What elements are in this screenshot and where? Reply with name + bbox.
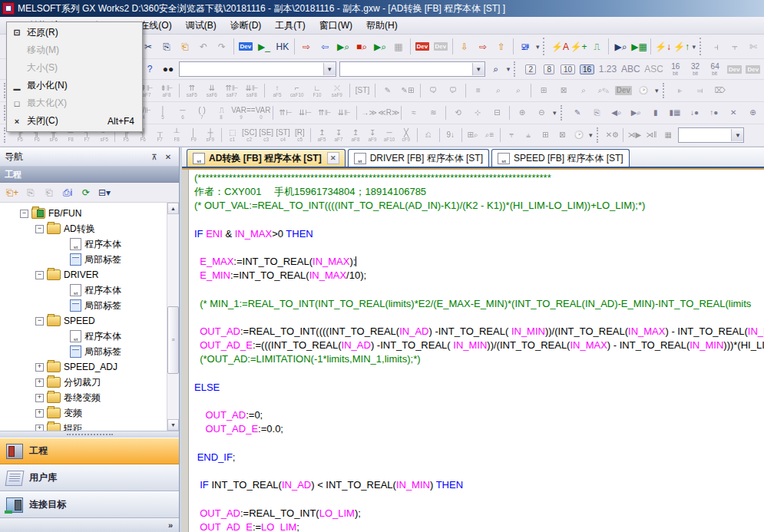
vertical-or-icon[interactable]: │5 xyxy=(154,104,173,122)
app-icon[interactable] xyxy=(2,2,15,15)
fall-or-icon[interactable]: ⇊⊩ xyxy=(335,104,354,122)
sfc-div2-icon[interactable]: ┴F8 xyxy=(168,126,185,144)
bookmark-list-icon[interactable]: ▮▦ xyxy=(665,104,684,122)
close-icon[interactable]: ✕ xyxy=(162,150,174,163)
sfc-r-icon[interactable]: [R]c5 xyxy=(292,126,309,144)
inline-st-icon[interactable]: [ST] xyxy=(352,81,372,100)
jump-icon[interactable]: →≫ xyxy=(359,104,379,122)
minus-expander-icon[interactable]: − xyxy=(35,271,44,279)
nav-button-连接目标[interactable]: 连接目标 xyxy=(0,491,179,518)
comment-transfer-icon[interactable]: ⇨ xyxy=(475,38,491,55)
tree-item-局部标签[interactable]: 局部标签 xyxy=(0,252,167,267)
watch-start-icon[interactable]: ▶▦ xyxy=(630,38,647,55)
plus-expander-icon[interactable]: + xyxy=(35,363,44,372)
nav-button-工程[interactable]: 工程 xyxy=(0,438,179,464)
return-icon[interactable]: ≪R≫ xyxy=(379,104,399,122)
delete-col-icon[interactable]: ⊟ xyxy=(488,104,507,122)
write-to-plc-icon[interactable]: ⇨ xyxy=(298,38,315,55)
sfc-find-icon[interactable]: ⌕≡ xyxy=(481,126,498,144)
sfc-vline-icon[interactable]: │F9 xyxy=(185,126,202,144)
sysmenu-item-3[interactable]: ▁最小化(N) xyxy=(7,77,142,94)
sfc-cross-icon[interactable]: ┼sF9 xyxy=(202,126,219,144)
plus-expander-icon[interactable]: + xyxy=(35,378,44,387)
watch-buffer-icon[interactable]: ▶⌕ xyxy=(612,38,629,55)
toolbar-overflow-icon[interactable]: ▾ xyxy=(692,43,696,51)
insert-col-icon[interactable]: ⊹ xyxy=(468,104,487,122)
tree-expand-icon[interactable]: ⫞ xyxy=(708,38,725,55)
delete-row-icon[interactable]: ⌦ xyxy=(710,81,730,100)
monitor-start-icon[interactable]: ⚡A xyxy=(551,38,568,55)
invert-icon[interactable]: ↑aF5 xyxy=(267,81,287,100)
help-icon[interactable]: ? xyxy=(141,61,158,78)
sfc-rise-icon[interactable]: ↥aF5 xyxy=(313,126,330,144)
tree-item-局部标签[interactable]: 局部标签 xyxy=(0,298,167,313)
branch-fall-icon[interactable]: ⇊saF6 xyxy=(202,81,222,100)
comment-down-icon[interactable]: ⇩ xyxy=(456,38,473,55)
tree-collapse-icon[interactable]: ⫟ xyxy=(726,38,743,55)
tree-delete-icon[interactable]: ✄ xyxy=(745,38,762,55)
program-exec-icon[interactable]: ▶_ xyxy=(256,38,273,55)
device-dev-icon[interactable]: Dev xyxy=(614,81,633,100)
device-monitor-icon[interactable]: Dev xyxy=(414,38,431,55)
horizontal-line-icon[interactable]: ─6 xyxy=(173,104,192,122)
note-del-icon[interactable]: 🗩 xyxy=(443,81,463,100)
pin-icon[interactable]: ⊼ xyxy=(148,150,160,163)
plus-expander-icon[interactable]: + xyxy=(35,394,44,402)
st-doc-icon[interactable]: ⎘ xyxy=(587,104,607,122)
align-right-icon[interactable]: ⫤ xyxy=(690,81,710,100)
tree-scrollbar[interactable]: ▲ ≡ ▼ xyxy=(167,203,179,431)
end-line-icon[interactable]: ∟F10 xyxy=(307,81,327,100)
clear-find-icon[interactable]: ✕ xyxy=(724,104,743,122)
plus-expander-icon[interactable]: + xyxy=(35,425,44,431)
device-test-icon[interactable]: Dev xyxy=(726,61,743,78)
sfc-se-icon[interactable]: [SE]c3 xyxy=(258,126,275,144)
sfc-fall-icon[interactable]: ↧aF7 xyxy=(330,126,347,144)
display-dec-icon[interactable]: 10 xyxy=(559,61,577,78)
convert-icon[interactable]: ⌐caF10 xyxy=(287,81,307,100)
tree-item-卷绕变频[interactable]: +卷绕变频 xyxy=(0,390,167,405)
device-comment2-icon[interactable]: ⊠ xyxy=(554,81,574,100)
display-hex-icon[interactable]: 16 xyxy=(578,61,596,78)
param3-icon[interactable]: ⊞ xyxy=(537,126,554,144)
watch-combo[interactable]: ▼ xyxy=(678,127,744,143)
sfc-st-icon[interactable]: [ST]c4 xyxy=(275,126,292,144)
nav-footer-bar[interactable]: » xyxy=(0,518,179,532)
comment-up-icon[interactable]: ⇧ xyxy=(493,38,510,55)
device-comment1-icon[interactable]: ⊞ xyxy=(534,81,554,100)
plus-expander-icon[interactable]: + xyxy=(35,409,44,418)
chevron-expand-icon[interactable]: » xyxy=(168,520,173,530)
bookmark-icon[interactable]: ▮ xyxy=(646,104,665,122)
pulse-fall2-icon[interactable]: ⇟⊩aF8 xyxy=(157,81,177,100)
menu-item-4[interactable]: 调试(B) xyxy=(179,17,223,34)
device-find1-icon[interactable]: ⌕ xyxy=(574,81,594,100)
device-skip-icon[interactable]: Dev xyxy=(745,61,762,78)
var-in-icon[interactable]: =VAR0 xyxy=(251,104,271,122)
menu-item-7[interactable]: 窗口(W) xyxy=(313,17,359,34)
edit-comment-icon[interactable]: ✎ xyxy=(378,81,398,100)
display-ascii-icon[interactable]: ASC xyxy=(643,61,664,78)
pause-icon[interactable]: ⋊‖ xyxy=(643,126,660,144)
param4-icon[interactable]: ⊠ xyxy=(554,126,571,144)
pulse-monitor-icon[interactable]: ⎍ xyxy=(588,38,605,55)
display-16bit-icon[interactable]: 16bit xyxy=(666,60,686,78)
program-check-icon[interactable]: HK xyxy=(274,38,291,55)
device-find-icon[interactable]: Dev xyxy=(237,38,254,55)
edit-statement-icon[interactable]: ✎⊞ xyxy=(398,81,418,100)
sysmenu-item-5[interactable]: ×关闭(C)Alt+F4 xyxy=(7,112,142,130)
tree-item-程序本体[interactable]: st程序本体 xyxy=(0,329,167,344)
scroll-thumb[interactable]: ≡ xyxy=(167,306,179,373)
sfc-line-icon[interactable]: ─aF10 xyxy=(381,126,398,144)
note-edit-icon[interactable]: 🗨 xyxy=(423,81,443,100)
find-page-icon[interactable]: ⌕ xyxy=(488,61,504,78)
rise-or-icon[interactable]: ⇈⊩ xyxy=(315,104,334,122)
display-32bit-icon[interactable]: 32bit xyxy=(686,60,706,78)
minus-expander-icon[interactable]: − xyxy=(35,317,44,325)
new-item-icon[interactable]: ⎗+ xyxy=(4,184,21,201)
history-icon[interactable]: 🕑 xyxy=(633,81,653,100)
var-out-icon[interactable]: VAR=9 xyxy=(231,104,251,122)
nav-button-用户库[interactable]: 用户库 xyxy=(0,464,179,491)
st-code-editor[interactable]: (***************************************… xyxy=(189,168,764,532)
scroll-up-icon[interactable]: ▲ xyxy=(167,203,179,214)
limit-high-icon[interactable]: ⚡↑ xyxy=(673,38,690,55)
tree-item-辊距[interactable]: +辊距 xyxy=(0,421,167,431)
